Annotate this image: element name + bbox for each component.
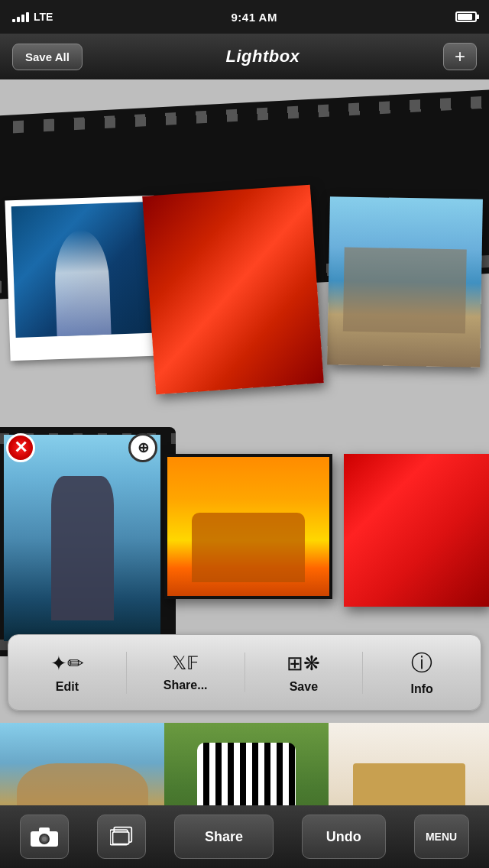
bottom-toolbar: Share Undo MENU [0,805,489,868]
gallery-icon [110,826,133,847]
venice-photo[interactable] [327,196,483,367]
camera-icon [31,826,58,847]
svg-point-3 [42,837,47,841]
concert-photo[interactable] [5,196,159,361]
nav-bar: Save All Lightbox + [0,34,489,79]
action-toolbar: ✦✏ Edit 𝕏𝔽 Share... ⊞❋ Save ⓘ Info [8,634,481,711]
lamp-photo[interactable] [4,435,160,641]
info-icon: ⓘ [411,649,432,678]
concert-photo-inner [11,202,153,338]
save-all-button[interactable]: Save All [12,44,83,70]
info-label: Info [410,682,432,696]
menu-button[interactable]: MENU [414,815,469,859]
add-button[interactable]: + [443,43,477,70]
status-bar: LTE 9:41 AM [0,0,489,34]
signal-bars-icon [12,12,29,22]
zoom-button[interactable]: ⊕ [126,431,160,465]
svg-rect-5 [52,833,57,836]
status-right [455,11,477,22]
save-label: Save [290,680,318,694]
temple-photo[interactable] [164,454,332,599]
page-title: Lightbox [225,47,300,66]
gallery-button[interactable] [97,815,146,859]
carrier-label: LTE [34,11,53,23]
svg-rect-8 [113,832,129,844]
close-icon: ✕ [6,433,35,462]
share-bottom-button[interactable]: Share [174,815,274,859]
zoom-icon: ⊕ [128,433,157,462]
undo-button[interactable]: Undo [302,815,386,859]
phone-booth-photo[interactable] [344,454,489,607]
svg-rect-4 [39,828,50,833]
save-toolbar-item[interactable]: ⊞❋ Save [245,652,364,694]
status-left: LTE [12,11,53,23]
share-label: Share... [164,679,208,692]
info-toolbar-item[interactable]: ⓘ Info [363,649,481,696]
edit-label: Edit [56,680,79,694]
share-toolbar-item[interactable]: 𝕏𝔽 Share... [127,653,245,692]
battery-icon [455,11,477,22]
share-icon: 𝕏𝔽 [172,653,199,674]
main-content: ✕ ⊕ ✦✏ Edit 𝕏𝔽 Share... ⊞❋ Save ⓘ Info S… [0,79,489,821]
camera-button[interactable] [20,815,69,859]
mask-photo[interactable] [142,185,324,395]
close-photo-button[interactable]: ✕ [4,431,37,465]
save-icon: ⊞❋ [287,652,320,675]
edit-toolbar-item[interactable]: ✦✏ Edit [8,652,127,694]
edit-icon: ✦✏ [50,652,84,675]
status-time: 9:41 AM [231,11,277,24]
